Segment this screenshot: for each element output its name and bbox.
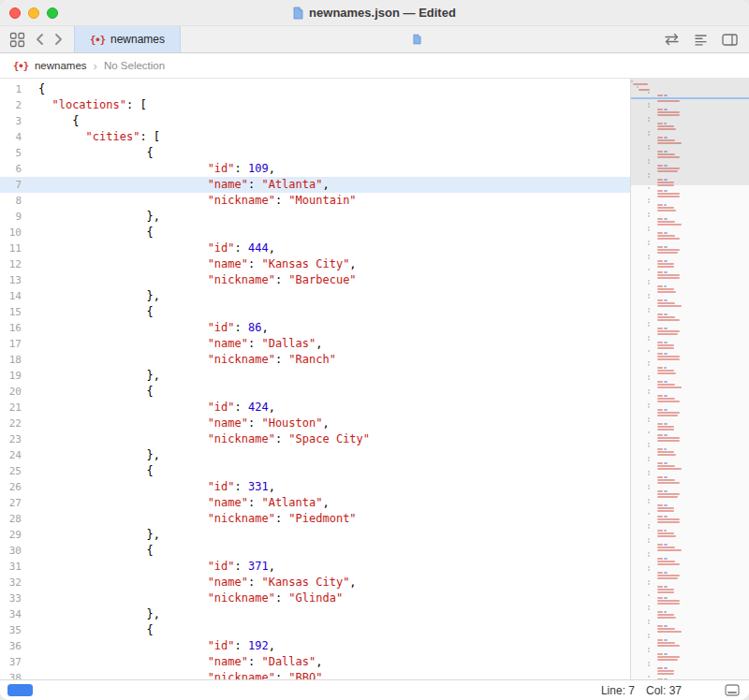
- line-number: 24: [0, 447, 30, 463]
- code-line[interactable]: 28 "nickname": "Piedmont": [0, 511, 630, 527]
- code-line[interactable]: 1{: [0, 81, 630, 97]
- line-number: 11: [0, 241, 30, 256]
- code-text: {: [30, 145, 154, 161]
- code-text: "name": "Houston",: [30, 416, 330, 431]
- navigate-back-icon[interactable]: [36, 33, 44, 46]
- status-bar: Line: 7 Col: 37: [0, 679, 749, 700]
- code-text: "name": "Dallas",: [30, 654, 322, 670]
- tab-newnames[interactable]: newnames: [74, 26, 181, 52]
- code-line[interactable]: 22 "name": "Houston",: [0, 416, 630, 431]
- code-line[interactable]: 31 "id": 371,: [0, 559, 630, 575]
- line-number: 1: [0, 81, 30, 97]
- code-line[interactable]: 17 "name": "Dallas",: [0, 336, 630, 352]
- code-text: },: [30, 288, 160, 304]
- code-line[interactable]: 8 "nickname": "Mountain": [0, 193, 630, 209]
- add-editor-icon[interactable]: [722, 34, 738, 46]
- code-line[interactable]: 25 {: [0, 463, 630, 479]
- editor-area: 1{2 "locations": [3 {4 "cities": [5 {6 "…: [0, 79, 749, 679]
- line-number: 16: [0, 320, 30, 336]
- code-line[interactable]: 33 "nickname": "Glinda": [0, 591, 630, 606]
- code-line[interactable]: 10 {: [0, 225, 630, 241]
- line-number: 2: [0, 97, 30, 113]
- code-editor[interactable]: 1{2 "locations": [3 {4 "cities": [5 {6 "…: [0, 79, 630, 679]
- tab-bar-right-controls: [653, 26, 749, 52]
- code-line[interactable]: 29 },: [0, 527, 630, 543]
- json-file-icon: [13, 60, 28, 71]
- status-indicator[interactable]: [7, 684, 33, 696]
- line-number: 32: [0, 575, 30, 591]
- code-line[interactable]: 4 "cities": [: [0, 129, 630, 145]
- fullscreen-window-button[interactable]: [47, 7, 58, 19]
- line-number: 15: [0, 304, 30, 320]
- code-line[interactable]: 24 },: [0, 447, 630, 463]
- bottom-bar-toggle-icon[interactable]: [725, 684, 740, 696]
- line-number: 30: [0, 543, 30, 559]
- code-line[interactable]: 32 "name": "Kansas City",: [0, 575, 630, 591]
- code-lines: 1{2 "locations": [3 {4 "cities": [5 {6 "…: [0, 81, 630, 679]
- line-number: 28: [0, 511, 30, 527]
- code-line[interactable]: 16 "id": 86,: [0, 320, 630, 336]
- code-line[interactable]: 11 "id": 444,: [0, 241, 630, 256]
- swap-editors-icon[interactable]: [664, 33, 680, 46]
- breadcrumb-file[interactable]: newnames: [35, 60, 87, 71]
- json-file-icon: [90, 33, 105, 46]
- document-proxy-icon[interactable]: [293, 7, 303, 20]
- code-line[interactable]: 3 {: [0, 113, 630, 129]
- code-text: "id": 109,: [30, 161, 275, 177]
- close-window-button[interactable]: [9, 7, 21, 19]
- line-number: 8: [0, 193, 30, 209]
- code-line[interactable]: 9 },: [0, 209, 630, 225]
- editor-options-icon[interactable]: [694, 33, 708, 47]
- code-text: "id": 331,: [30, 479, 275, 495]
- code-line[interactable]: 38 "nickname": "BBQ": [0, 670, 630, 679]
- line-number: 23: [0, 431, 30, 447]
- code-line[interactable]: 21 "id": 424,: [0, 400, 630, 416]
- code-line[interactable]: 12 "name": "Kansas City",: [0, 256, 630, 272]
- minimap[interactable]: [630, 79, 749, 679]
- code-line[interactable]: 27 "name": "Atlanta",: [0, 495, 630, 511]
- code-line[interactable]: 35 {: [0, 622, 630, 638]
- code-line[interactable]: 14 },: [0, 288, 630, 304]
- code-line[interactable]: 18 "nickname": "Ranch": [0, 352, 630, 368]
- line-number: 20: [0, 384, 30, 400]
- minimap-current-line: [631, 97, 749, 99]
- line-number: 36: [0, 638, 30, 654]
- code-text: "name": "Kansas City",: [30, 575, 357, 591]
- window-controls: [9, 0, 58, 25]
- line-number: 22: [0, 416, 30, 431]
- code-line[interactable]: 15 {: [0, 304, 630, 320]
- code-text: },: [30, 527, 160, 543]
- line-number: 18: [0, 352, 30, 368]
- code-line[interactable]: 36 "id": 192,: [0, 638, 630, 654]
- breadcrumb-selection[interactable]: No Selection: [104, 60, 165, 71]
- xcode-window: newnames.json — Edited newnames: [0, 0, 749, 700]
- code-line[interactable]: 13 "nickname": "Barbecue": [0, 272, 630, 288]
- code-line[interactable]: 7 "name": "Atlanta",: [0, 177, 630, 193]
- navigate-forward-icon[interactable]: [54, 33, 63, 46]
- line-number: 26: [0, 479, 30, 495]
- code-text: {: [30, 622, 154, 638]
- minimap-viewport[interactable]: [631, 79, 749, 185]
- code-line[interactable]: 37 "name": "Dallas",: [0, 654, 630, 670]
- code-line[interactable]: 23 "nickname": "Space City": [0, 431, 630, 447]
- document-icon: [413, 34, 421, 45]
- code-line[interactable]: 2 "locations": [: [0, 97, 630, 113]
- line-number: 9: [0, 209, 30, 225]
- line-number: 21: [0, 400, 30, 416]
- jump-bar: newnames No Selection: [0, 53, 749, 79]
- code-line[interactable]: 20 {: [0, 384, 630, 400]
- minimize-window-button[interactable]: [28, 7, 39, 19]
- related-items-icon[interactable]: [9, 32, 25, 48]
- code-line[interactable]: 30 {: [0, 543, 630, 559]
- line-number: 10: [0, 225, 30, 241]
- window-title: newnames.json — Edited: [309, 6, 456, 20]
- code-line[interactable]: 26 "id": 331,: [0, 479, 630, 495]
- code-text: "name": "Kansas City",: [30, 256, 357, 272]
- line-number: 27: [0, 495, 30, 511]
- code-text: "name": "Atlanta",: [30, 177, 330, 193]
- code-line[interactable]: 34 },: [0, 606, 630, 622]
- code-line[interactable]: 6 "id": 109,: [0, 161, 630, 177]
- line-number: 35: [0, 622, 30, 638]
- code-line[interactable]: 5 {: [0, 145, 630, 161]
- code-line[interactable]: 19 },: [0, 368, 630, 384]
